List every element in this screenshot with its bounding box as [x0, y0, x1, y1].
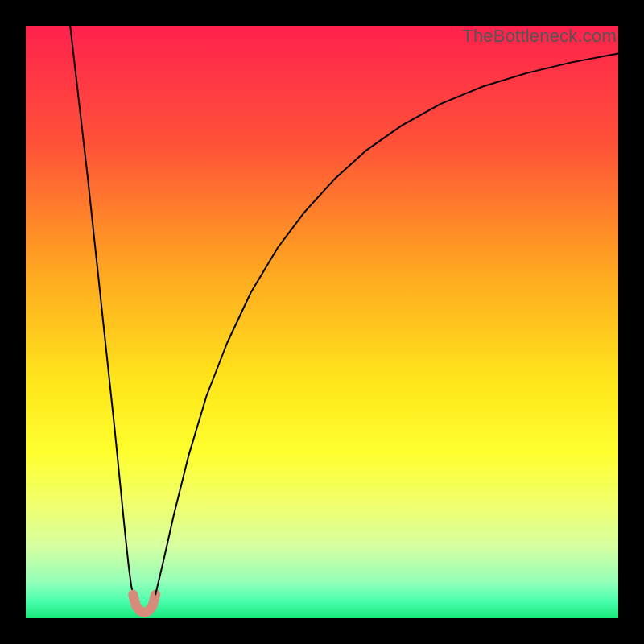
watermark-label: TheBottleneck.com: [462, 26, 617, 47]
series-dip-segment: [133, 595, 155, 613]
chart-frame: TheBottleneck.com: [0, 0, 644, 644]
series-left-branch: [70, 26, 133, 595]
curve-layer: [26, 26, 618, 618]
series-right-branch: [155, 54, 618, 595]
plot-area: [26, 26, 618, 618]
